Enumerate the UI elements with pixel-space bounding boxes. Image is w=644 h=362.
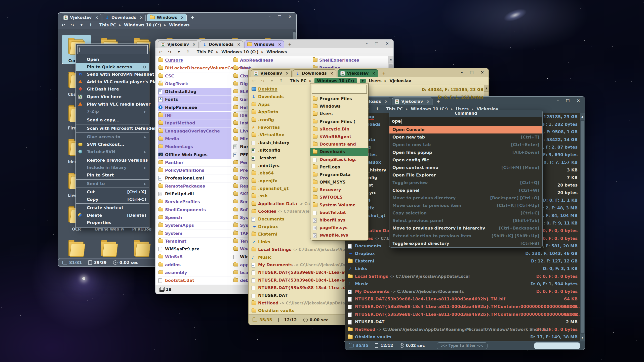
up-icon[interactable]: ↑	[185, 50, 191, 54]
command-item-open-file-explorer[interactable]: Open File Explorer	[389, 171, 542, 179]
file-row-wmsyspr9-prx[interactable]: WMSysPr9.prx	[158, 245, 231, 253]
up-icon[interactable]: ↑	[278, 78, 284, 83]
tab-close-icon[interactable]: ×	[95, 15, 98, 20]
file-row-music[interactable]: MusicD: 0, F: 1, 504 bytes	[345, 280, 585, 288]
tab-windows[interactable]: Windows×	[245, 40, 284, 48]
menu-item-7-zip[interactable]: 7-Zip▶	[76, 108, 149, 115]
dropdown-item-users[interactable]: Users	[310, 110, 368, 118]
dropdown-item-qmk_msys[interactable]: QMK_MSYS	[310, 178, 368, 186]
file-row-policydefinitions[interactable]: PolicyDefinitions	[158, 167, 231, 174]
maximize-button[interactable]: □	[566, 98, 570, 103]
breadcrumb-item[interactable]: Vjekoslav	[389, 78, 411, 83]
file-row-cursors[interactable]: Cursors	[158, 57, 231, 64]
new-tab-button[interactable]: +	[382, 71, 386, 76]
menu-item-send-a-copy-[interactable]: Send a copy...	[76, 116, 149, 124]
tab-downloads[interactable]: Downloads×	[103, 14, 146, 21]
file-row-bootstat-dat[interactable]: bootstat.dat	[158, 277, 231, 285]
tab-close-icon[interactable]: ×	[372, 71, 375, 76]
history-caret-icon[interactable]: ▼	[269, 79, 275, 82]
breadcrumb-item[interactable]: This PC	[99, 23, 116, 27]
command-item-open-context-menu[interactable]: Open context menu[Ctrl+M] [Menu]	[389, 164, 542, 171]
dropdown-item-program-files[interactable]: Program Files	[310, 95, 368, 103]
dropdown-item-programdata[interactable]: ProgramData	[310, 171, 368, 178]
file-row-my-documents[interactable]: My Documents -> C:\Users\Vjekoslav\Docum…	[345, 288, 585, 295]
breadcrumb-drive-active[interactable]: Windows 10 (C:)	[314, 78, 356, 84]
tab-windows[interactable]: Windows×	[147, 14, 187, 21]
maximize-button[interactable]: □	[470, 70, 473, 75]
file-row-ntuser-dat-53b39e88-18c4-11ea-a811-000d3[interactable]: NTUSER.DAT{53b39e88-18c4-11ea-a811-000d3…	[345, 311, 585, 318]
minimize-button[interactable]: –	[557, 98, 559, 103]
file-row-appreadiness[interactable]: AppReadiness	[233, 57, 310, 64]
file-row-csc[interactable]: CSC	[158, 72, 231, 80]
dropdown-item-dumpstack-log-[interactable]: DumpStack.log.	[310, 156, 368, 163]
dropdown-item-downloads[interactable]: Downloads	[310, 148, 368, 156]
menu-item-play-with-vlc-media-player[interactable]: Play with VLC media player	[76, 101, 149, 108]
tab-vjekoslav[interactable]: Vjekoslav×	[61, 14, 101, 21]
command-item-open-config-file[interactable]: Open config file	[389, 156, 542, 164]
file-row-diagtrack[interactable]: DiagTrack	[158, 80, 231, 88]
file-row-languageoverlaycache[interactable]: LanguageOverlayCache	[158, 127, 231, 135]
command-item-open-in-new-tab[interactable]: Open in new tab[Ctrl+Enter]	[389, 141, 542, 149]
file-row-shellexperiences[interactable]: ShellExperiences	[312, 57, 388, 64]
file-row-remotepackages[interactable]: RemotePackages	[158, 183, 231, 190]
minimize-button[interactable]: –	[268, 14, 270, 19]
w4-scrollbar[interactable]: ▲ ▼	[580, 113, 585, 341]
file-row-bitlockerdiscoveryvolumecontents[interactable]: BitLockerDiscoveryVolumeContents	[158, 64, 231, 72]
close-button[interactable]: ×	[289, 14, 292, 19]
file-row-modemlogs[interactable]: ModemLogs	[158, 143, 231, 151]
w2-scroll-up-icon[interactable]: ▲	[388, 56, 393, 63]
file-row-inf[interactable]: INF	[158, 112, 231, 119]
up-icon[interactable]: ↑	[88, 23, 93, 27]
maximize-button[interactable]: □	[375, 41, 378, 46]
command-palette-input[interactable]: ope	[389, 117, 542, 126]
command-item-toggle-preview[interactable]: Toggle preview[Ctrl+Q]	[389, 179, 542, 187]
dropdown-item-system-volume[interactable]: System Volume	[310, 201, 368, 209]
command-item-close-panel[interactable]: Close panel[Ctrl+W]	[389, 187, 542, 194]
w4-scroll-thumb[interactable]	[581, 121, 584, 333]
file-row-nethood[interactable]: NetHood -> C:\Users\Vjekoslav\AppData\Ro…	[345, 326, 585, 333]
dropdown-item-recovery[interactable]: Recovery	[310, 186, 368, 194]
menu-item-open[interactable]: Open	[76, 56, 149, 63]
menu-item-pin-to-start[interactable]: Pin to Start	[76, 171, 149, 179]
command-item-extend-selection-to-previous-item[interactable]: Extend selection to previous item[Shift+…	[389, 232, 542, 240]
file-row-helppane-exe[interactable]: HelpPane.exe	[158, 104, 231, 112]
close-button[interactable]: ×	[577, 98, 580, 103]
menu-item-scan-with-microsoft-defender-[interactable]: Scan with Microsoft Defender...	[76, 125, 149, 132]
file-row-assembly[interactable]: assembly	[158, 269, 231, 277]
forward-icon[interactable]: ↪	[167, 50, 173, 54]
command-item-select-previous-panel[interactable]: Select previous panel[Shift+Tab]	[389, 217, 542, 224]
dropdown-item-pagefile-sys[interactable]: pagefile.sys	[310, 224, 368, 232]
dropdown-item-program-files-[interactable]: Program Files (	[310, 118, 368, 125]
file-row-serviceprofiles[interactable]: ServiceProfiles	[158, 198, 231, 206]
file-row-panther[interactable]: Panther	[158, 159, 231, 167]
file-row-tempinst[interactable]: TempInst	[158, 238, 231, 245]
forward-icon[interactable]: ↪	[260, 78, 266, 83]
tab-downloads[interactable]: Downloads×	[293, 69, 336, 77]
tab-close-icon[interactable]: ×	[385, 99, 388, 104]
breadcrumb-item[interactable]: Users	[369, 78, 382, 83]
file-row-winsxs[interactable]: WinSxS	[158, 253, 231, 261]
file-row-rtlexupd-dll[interactable]: RtlExUpd.dll	[158, 190, 231, 198]
file-row-dropbox[interactable]: DropboxD: 230, F: 1043, 46 GB	[345, 250, 585, 257]
breadcrumb-item[interactable]: Windows 10 (C:)	[124, 23, 161, 27]
tab-vjekoslav[interactable]: Vjekoslav×	[158, 40, 198, 48]
file-row-links[interactable]: LinksD: 0, F: 3, 1 KB	[345, 265, 585, 273]
minimize-button[interactable]: –	[366, 41, 368, 46]
tab-vjekoslav[interactable]: Vjekoslav×	[251, 69, 292, 77]
file-tile-printdialog[interactable]: PrintDialog	[127, 237, 156, 258]
tab-close-icon[interactable]: ×	[330, 71, 333, 76]
dropdown-item-hiberfil-sys[interactable]: hiberfil.sys	[310, 216, 368, 224]
file-row-offline-web-pages[interactable]: Offline Web Pages	[158, 151, 231, 159]
history-caret-icon[interactable]: ▼	[79, 23, 84, 27]
dropdown-item-documents-and[interactable]: Documents and	[310, 141, 368, 148]
context-menu-filter-input[interactable]	[77, 45, 148, 54]
forward-icon[interactable]: ↪	[70, 23, 75, 27]
tab-close-icon[interactable]: ×	[181, 15, 184, 20]
menu-item-send-with-nordvpn-meshnet[interactable]: Send with NordVPN Meshnet	[76, 71, 149, 78]
tab-close-icon[interactable]: ×	[237, 42, 240, 47]
file-row-speech[interactable]: Speech	[158, 214, 231, 222]
file-row-local-settings[interactable]: Local Settings -> C:\Users\Vjekoslav\App…	[345, 273, 585, 280]
close-button[interactable]: ×	[481, 70, 484, 75]
tab-vjekoslav[interactable]: Vjekoslav×	[338, 69, 378, 77]
up-icon[interactable]: ↑	[375, 107, 380, 111]
